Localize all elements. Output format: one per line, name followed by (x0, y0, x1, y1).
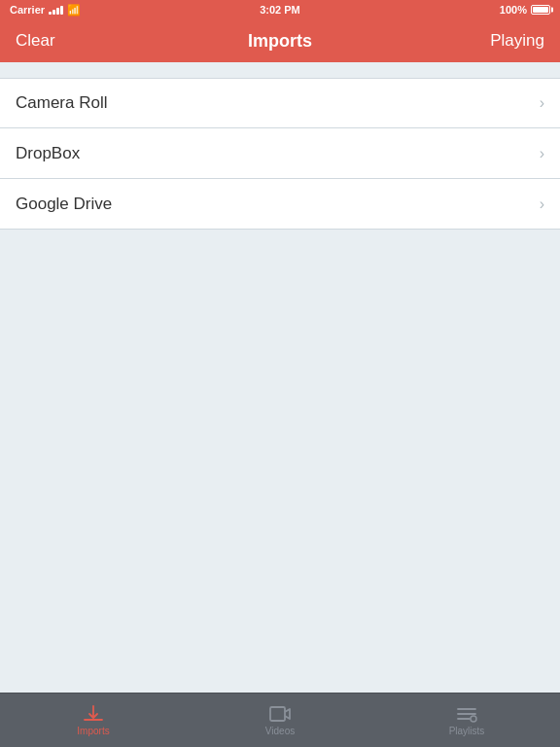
signal-bar-2 (52, 10, 55, 15)
nav-bar: Clear Imports Playing (0, 19, 560, 62)
tab-playlists[interactable]: Playlists (373, 698, 560, 742)
chevron-icon: › (540, 145, 544, 162)
carrier-label: Carrier (10, 4, 45, 16)
imports-list: Camera Roll › DropBox › Google Drive › (0, 78, 560, 230)
status-bar-time: 3:02 PM (260, 4, 300, 16)
chevron-icon: › (540, 196, 544, 213)
nav-title: Imports (248, 31, 312, 52)
svg-point-4 (471, 716, 476, 722)
tab-bar: Imports Videos Playlists (0, 693, 560, 747)
tab-videos[interactable]: Videos (187, 698, 373, 742)
signal-bar-1 (49, 12, 52, 15)
list-item[interactable]: Google Drive › (0, 179, 560, 230)
signal-bar-3 (56, 8, 59, 15)
list-item-label: DropBox (16, 144, 80, 163)
status-bar-right: 100% (472, 4, 550, 16)
content-area: Camera Roll › DropBox › Google Drive › (0, 62, 560, 693)
signal-bar-4 (60, 6, 63, 15)
svg-rect-0 (270, 707, 285, 721)
list-item-label: Camera Roll (16, 93, 107, 113)
list-item[interactable]: DropBox › (0, 128, 560, 179)
playlists-icon (455, 704, 478, 724)
wifi-icon: 📶 (67, 4, 81, 17)
clear-button[interactable]: Clear (16, 31, 74, 51)
chevron-icon: › (540, 94, 544, 112)
signal-icon (49, 5, 63, 15)
tab-imports-label: Imports (77, 726, 109, 736)
videos-icon (268, 704, 292, 724)
list-item-label: Google Drive (16, 195, 112, 214)
imports-icon (82, 704, 105, 724)
tab-videos-label: Videos (265, 726, 295, 736)
playing-button[interactable]: Playing (486, 31, 544, 51)
status-bar-left: Carrier 📶 (10, 4, 88, 17)
tab-playlists-label: Playlists (449, 726, 485, 736)
battery-icon (531, 5, 550, 15)
tab-imports[interactable]: Imports (0, 698, 187, 742)
battery-fill (533, 7, 548, 13)
status-bar: Carrier 📶 3:02 PM 100% (0, 0, 560, 19)
list-item[interactable]: Camera Roll › (0, 78, 560, 128)
battery-percent: 100% (500, 4, 527, 16)
